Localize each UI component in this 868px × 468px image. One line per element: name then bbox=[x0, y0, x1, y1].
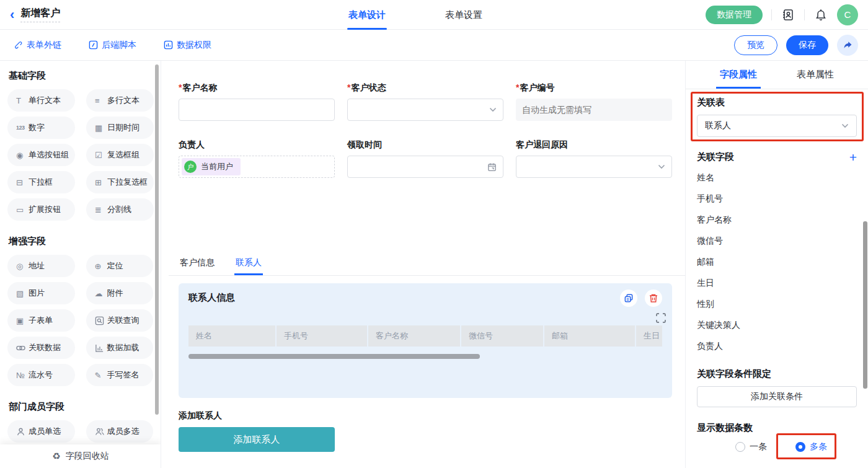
dropdown-multi-icon: ⊞ bbox=[95, 178, 107, 187]
field-button-data-load[interactable]: 数据加载 bbox=[86, 337, 154, 359]
related-field-item[interactable]: 关键决策人 bbox=[697, 315, 857, 336]
data-permission-item[interactable]: 数据权限 bbox=[164, 40, 211, 51]
related-field-item[interactable]: 性别 bbox=[697, 294, 857, 315]
field-library-sidebar: 基础字段 T 单行文本 ≡ 多行文本 123 数字 ▦ 日期时间 bbox=[0, 61, 161, 468]
contacts-book-icon[interactable] bbox=[781, 7, 795, 22]
field-button-serial-number[interactable]: № 流水号 bbox=[7, 364, 75, 386]
tab-form-design[interactable]: 表单设计 bbox=[348, 0, 386, 30]
field-button-multi-line-text[interactable]: ≡ 多行文本 bbox=[86, 89, 154, 112]
field-button-dropdown[interactable]: ⊟ 下拉框 bbox=[7, 171, 75, 193]
related-fields-list: 姓名 手机号 客户名称 微信号 邮箱 生日 性别 关键决策人 负责人 bbox=[697, 167, 857, 357]
user-tag-icon: 户 bbox=[184, 161, 197, 173]
data-manage-button[interactable]: 数据管理 bbox=[706, 6, 763, 24]
related-field-item[interactable]: 姓名 bbox=[697, 167, 857, 188]
field-button-extend-button[interactable]: ▭ 扩展按钮 bbox=[7, 198, 75, 221]
field-button-related-data[interactable]: 关联数据 bbox=[7, 337, 75, 359]
field-button-member-multi[interactable]: 成员多选 bbox=[86, 420, 154, 443]
tab-form-settings[interactable]: 表单设置 bbox=[445, 0, 482, 30]
return-reason-select[interactable] bbox=[516, 156, 672, 178]
divider bbox=[771, 9, 772, 20]
related-field-item[interactable]: 微信号 bbox=[697, 231, 857, 252]
field-button-image[interactable]: ▧ 图片 bbox=[7, 282, 75, 304]
field-button-locate[interactable]: ⊕ 定位 bbox=[86, 255, 154, 277]
back-icon[interactable]: ‹ bbox=[10, 8, 14, 22]
related-field-item[interactable]: 生日 bbox=[697, 273, 857, 294]
form-canvas: *客户名称 *客户状态 *客户编号 负责人 bbox=[161, 61, 685, 468]
tab-field-properties[interactable]: 字段属性 bbox=[716, 61, 761, 89]
field-owner[interactable]: 负责人 户 当前用户 bbox=[179, 139, 335, 178]
notification-bell-icon[interactable] bbox=[813, 7, 828, 22]
tab-form-properties[interactable]: 表单属性 bbox=[793, 61, 838, 89]
script-icon bbox=[89, 40, 98, 50]
form-designer-app: ‹ 新增客户 表单设计 表单设置 数据管理 bbox=[0, 0, 868, 468]
current-user-tag: 户 当前用户 bbox=[182, 158, 241, 175]
column-header[interactable]: 客户名称 bbox=[368, 325, 460, 347]
add-related-field-icon[interactable]: + bbox=[849, 151, 857, 164]
field-button-subform[interactable]: ▣ 子表单 bbox=[7, 309, 75, 332]
section-enhanced-fields: 增强字段 ◎ 地址 ⊕ 定位 ▧ 图片 ☁ 附件 ▣ bbox=[7, 236, 153, 386]
copy-button[interactable] bbox=[620, 289, 637, 307]
field-button-related-query[interactable]: 关联查询 bbox=[86, 309, 154, 332]
address-icon: ◎ bbox=[16, 262, 29, 271]
field-button-number[interactable]: 123 数字 bbox=[7, 117, 75, 139]
tab-customer-info[interactable]: 客户信息 bbox=[179, 256, 216, 275]
related-field-item[interactable]: 手机号 bbox=[697, 188, 857, 210]
related-field-item[interactable]: 负责人 bbox=[697, 336, 857, 357]
column-header[interactable]: 手机号 bbox=[277, 325, 367, 347]
column-header[interactable]: 姓名 bbox=[188, 325, 275, 347]
field-recycle-bin[interactable]: ♻ 字段回收站 bbox=[0, 444, 161, 468]
datetime-icon: ▦ bbox=[95, 123, 107, 133]
column-header[interactable]: 微信号 bbox=[461, 325, 543, 347]
field-customer-number[interactable]: *客户编号 bbox=[516, 82, 672, 121]
related-table-select[interactable]: 联系人 bbox=[697, 115, 857, 137]
field-button-address[interactable]: ◎ 地址 bbox=[7, 255, 75, 277]
field-button-single-line-text[interactable]: T 单行文本 bbox=[7, 89, 75, 112]
related-field-item[interactable]: 客户名称 bbox=[697, 210, 857, 231]
field-button-divider[interactable]: ≣ 分割线 bbox=[86, 198, 154, 221]
field-claim-time[interactable]: 领取时间 bbox=[347, 139, 503, 178]
related-field-item[interactable]: 邮箱 bbox=[697, 252, 857, 273]
radio-option-single[interactable]: 一条 bbox=[735, 441, 767, 453]
table-horizontal-scrollbar[interactable] bbox=[188, 354, 480, 359]
sidebar-scrollbar[interactable] bbox=[155, 64, 159, 415]
permission-icon bbox=[164, 40, 173, 50]
field-button-checkbox-group[interactable]: ☑ 复选框组 bbox=[86, 144, 154, 166]
external-link-item[interactable]: 表单外链 bbox=[14, 40, 61, 51]
delete-button[interactable] bbox=[645, 289, 662, 307]
claim-time-datepicker[interactable] bbox=[347, 156, 503, 178]
field-customer-name[interactable]: *客户名称 bbox=[179, 82, 335, 121]
backend-script-item[interactable]: 后端脚本 bbox=[89, 40, 136, 51]
field-button-attachment[interactable]: ☁ 附件 bbox=[86, 282, 154, 304]
select-corners-icon[interactable] bbox=[656, 313, 666, 323]
field-button-signature[interactable]: ✎ 手写签名 bbox=[86, 364, 154, 386]
number-icon: 123 bbox=[16, 125, 29, 131]
checkbox-group-icon: ☑ bbox=[95, 151, 107, 160]
user-avatar[interactable]: C bbox=[837, 4, 858, 25]
field-button-radio-group[interactable]: ◉ 单选按钮组 bbox=[7, 144, 75, 166]
column-header[interactable]: 生日 bbox=[636, 325, 662, 347]
customer-name-input[interactable] bbox=[179, 99, 335, 121]
customer-status-select[interactable] bbox=[347, 99, 503, 121]
section-title: 部门成员字段 bbox=[9, 401, 152, 413]
field-button-dropdown-multi[interactable]: ⊞ 下拉复选框 bbox=[86, 171, 154, 193]
add-condition-button[interactable]: 添加关联条件 bbox=[697, 386, 857, 407]
customer-number-input bbox=[516, 99, 672, 121]
toolbar-links: 表单外链 后端脚本 数据权限 bbox=[10, 40, 211, 51]
contact-info-panel[interactable]: 联系人信息 bbox=[179, 283, 672, 398]
add-contact-button[interactable]: 添加联系人 bbox=[179, 427, 335, 452]
top-header: ‹ 新增客户 表单设计 表单设置 数据管理 bbox=[0, 0, 868, 30]
field-customer-status[interactable]: *客户状态 bbox=[347, 82, 503, 121]
window-scrollbar[interactable] bbox=[863, 221, 867, 389]
signature-icon: ✎ bbox=[95, 371, 107, 380]
field-return-reason[interactable]: 客户退回原因 bbox=[516, 139, 672, 178]
field-button-datetime[interactable]: ▦ 日期时间 bbox=[86, 117, 154, 139]
share-button[interactable] bbox=[837, 35, 858, 56]
column-header[interactable]: 邮箱 bbox=[544, 325, 635, 347]
tab-contacts[interactable]: 联系人 bbox=[234, 256, 263, 275]
radio-option-multiple[interactable]: 多条 bbox=[795, 441, 827, 453]
radio-unchecked-icon bbox=[735, 442, 745, 452]
field-button-member-single[interactable]: 成员单选 bbox=[7, 420, 75, 443]
owner-field-box[interactable]: 户 当前用户 bbox=[179, 156, 335, 178]
save-button[interactable]: 保存 bbox=[786, 35, 828, 55]
preview-button[interactable]: 预览 bbox=[734, 35, 777, 55]
